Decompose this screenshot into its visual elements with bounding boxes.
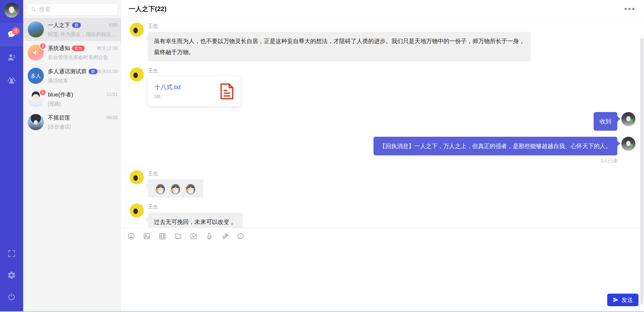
conversation-preview: 通话结束 — [48, 77, 118, 84]
message-bubble-sent[interactable]: 【回执消息】一人之下，万人之上，但真正的强者，是那些能够超越自我、心怀天下的人。 — [374, 137, 617, 155]
nav-contacts[interactable] — [0, 46, 23, 70]
groups-icon — [7, 76, 16, 86]
task-check-icon — [190, 232, 197, 240]
unread-badge: 3 — [39, 43, 46, 50]
file-button[interactable] — [174, 232, 182, 240]
avatar: 5 — [28, 91, 44, 107]
conversation-item-system-notice[interactable]: 3 系统通知 官方 昨天12:39 后台管理仓库临时关闭公告 — [23, 41, 121, 64]
conversation-time: 昨天01:29 — [97, 68, 118, 75]
microphone-icon — [206, 232, 213, 240]
search-input[interactable] — [39, 6, 114, 13]
message-input[interactable] — [121, 242, 644, 294]
conversation-item-blue[interactable]: 5 blue(作者) 11/21 [视频] — [23, 87, 121, 111]
wangye-avatar[interactable] — [130, 67, 144, 82]
speaker-icon — [32, 49, 40, 56]
message-bubble-sent[interactable]: 收到 — [594, 112, 617, 131]
conversation-name: 不摇碧莲 — [48, 114, 70, 122]
file-attachment-card[interactable]: 十八式.txt 0B — [148, 77, 241, 106]
conversation-item-yirenzhixia[interactable]: 一人之下 群 刚刚 阿莲: 作为朋友，现在的我没法... — [23, 18, 121, 41]
message-row: 王也 十八式.txt 0B — [130, 67, 635, 106]
chat-unread-badge: 8 — [12, 27, 20, 35]
conversation-name: 一人之下 — [48, 21, 70, 29]
conversation-time: 昨天12:39 — [97, 45, 118, 51]
avatar: 多人 — [28, 68, 44, 84]
emoji-button[interactable] — [127, 232, 135, 240]
file-name[interactable]: 十八式.txt — [154, 83, 215, 91]
send-button[interactable]: 发送 — [607, 294, 638, 306]
left-rail: 8 — [0, 0, 23, 311]
message-row: 王也 — [130, 170, 635, 197]
conversation-name: 系统通知 — [48, 45, 70, 52]
conversation-preview: [语音通话] — [48, 124, 118, 130]
conversation-item-buyaobilian[interactable]: 不摇碧莲 09/28 [语音通话] — [23, 111, 121, 134]
composer-toolbar — [121, 228, 644, 242]
multicall-avatar: 多人 — [28, 68, 44, 84]
conversation-time: 刚刚 — [109, 22, 118, 28]
official-badge: 官方 — [72, 46, 85, 51]
chat-app-window: 8 — [0, 0, 644, 312]
user-avatar[interactable] — [621, 137, 635, 151]
chat-main: 一人之下(22) 王也 虽有幸生而为人，也不要以万物灵长自居，正是这种妄自尊大的… — [121, 0, 644, 311]
image-icon — [143, 232, 151, 240]
folder-icon — [174, 232, 182, 240]
conversation-name: 多人通话测试群 — [48, 68, 87, 75]
screenshot-button[interactable] — [158, 232, 166, 240]
nav-groups[interactable] — [0, 70, 23, 93]
chat-menu-button[interactable] — [623, 6, 636, 12]
message-author: 王也 — [148, 23, 531, 29]
chat-title: 一人之下(22) — [129, 5, 166, 13]
message-row: 王也 过去无可挽回，未来可以改变 。 — [130, 203, 635, 228]
composer-footer: 发送 — [121, 294, 644, 311]
conversation-time: 11/21 — [107, 92, 118, 97]
message-row-sent: 收到 — [130, 112, 635, 131]
user-avatar[interactable] — [4, 3, 19, 18]
conversation-preview: 后台管理仓库临时关闭公告 — [48, 54, 118, 61]
man-avatar — [28, 114, 44, 130]
nav-chats[interactable]: 8 — [0, 23, 23, 46]
conversation-item-multicall-group[interactable]: 多人 多人通话测试群 群 昨天01:29 通话结束 — [23, 64, 121, 87]
group-badge: 群 — [72, 22, 81, 28]
fullscreen-button[interactable] — [0, 243, 23, 265]
sticker-bubble[interactable] — [148, 179, 203, 197]
message-author: 王也 — [148, 67, 241, 74]
message-bubble[interactable]: 过去无可挽回，未来可以改变 。 — [148, 213, 243, 228]
history-button[interactable] — [236, 232, 245, 240]
search-box[interactable] — [27, 4, 118, 15]
rail-bottom — [0, 243, 23, 308]
voice-button[interactable] — [205, 232, 213, 240]
avatar — [28, 21, 44, 38]
emoji-icon — [127, 232, 135, 240]
rail-nav: 8 — [0, 23, 23, 93]
screenshot-grid-icon — [159, 232, 166, 240]
message-list[interactable]: 王也 虽有幸生而为人，也不要以万物灵长自居，正是这种妄自尊大的想法，才阻碍了人类… — [121, 18, 644, 228]
group-badge: 群 — [89, 69, 97, 74]
avatar: 3 — [28, 45, 44, 61]
call-button[interactable] — [221, 232, 229, 240]
chat-header: 一人之下(22) — [121, 0, 644, 18]
power-button[interactable] — [0, 287, 23, 308]
contacts-icon — [7, 53, 16, 63]
chat-scrollbar[interactable] — [640, 38, 643, 305]
message-row-sent: 【回执消息】一人之下，万人之上，但真正的强者，是那些能够超越自我、心怀天下的人。… — [130, 137, 635, 164]
paper-plane-icon — [613, 297, 619, 303]
task-button[interactable] — [190, 232, 198, 240]
group-avatar — [28, 21, 44, 38]
conversation-time: 09/28 — [106, 115, 118, 120]
wangye-avatar[interactable] — [130, 170, 144, 184]
file-size: 0B — [154, 94, 215, 99]
penguin-sticker — [154, 182, 167, 195]
read-status: 3人已读 — [600, 158, 617, 164]
fullscreen-icon — [7, 249, 16, 259]
phone-call-icon — [221, 232, 229, 240]
power-icon — [7, 292, 16, 302]
send-label: 发送 — [621, 296, 633, 304]
user-avatar[interactable] — [621, 112, 635, 126]
wangye-avatar[interactable] — [130, 203, 144, 218]
settings-button[interactable] — [0, 265, 23, 287]
wangye-avatar[interactable] — [130, 23, 144, 37]
conversation-preview: [视频] — [48, 100, 118, 107]
message-author: 王也 — [148, 203, 243, 210]
message-bubble[interactable]: 虽有幸生而为人，也不要以万物灵长自居，正是这种妄自尊大的想法，才阻碍了人类的进步… — [148, 32, 531, 61]
message-row: 王也 虽有幸生而为人，也不要以万物灵长自居，正是这种妄自尊大的想法，才阻碍了人类… — [130, 23, 635, 61]
image-button[interactable] — [143, 232, 151, 240]
